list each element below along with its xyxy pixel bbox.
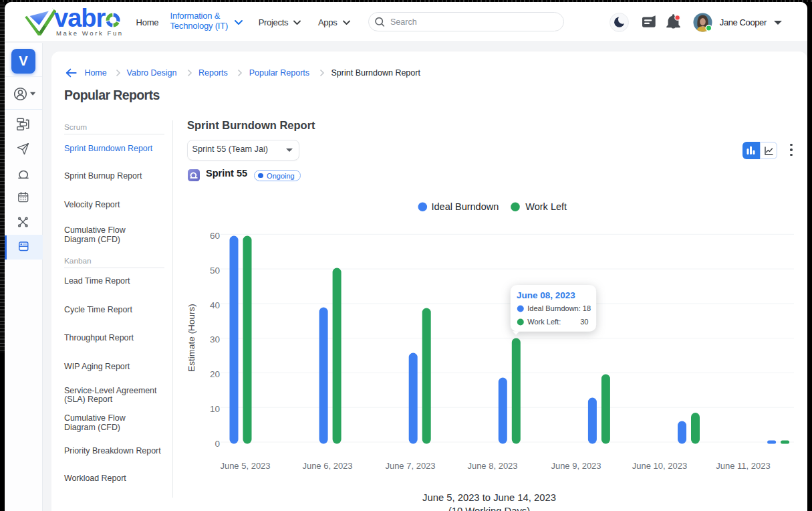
svg-text:(10 Working Days): (10 Working Days) (448, 506, 530, 511)
svg-text:Estimate (Hours): Estimate (Hours) (186, 304, 196, 371)
svg-text:June 11, 2023: June 11, 2023 (716, 461, 770, 471)
svg-text:20: 20 (210, 369, 220, 379)
svg-text:30: 30 (210, 334, 220, 344)
svg-text:Ideal Burndown: 18: Ideal Burndown: 18 (527, 304, 591, 312)
svg-text:June 8, 2023: June 8, 2023 (467, 461, 517, 471)
svg-text:Work Left: Work Left (525, 201, 567, 212)
svg-text:June 10, 2023: June 10, 2023 (632, 461, 687, 471)
svg-text:50: 50 (210, 266, 220, 276)
svg-text:10: 10 (210, 404, 220, 414)
svg-text:0: 0 (215, 439, 220, 449)
svg-text:40: 40 (210, 300, 220, 310)
svg-text:June 5, 2023: June 5, 2023 (220, 461, 270, 471)
svg-text:June 7, 2023: June 7, 2023 (385, 461, 435, 471)
svg-text:Ideal Burndown: Ideal Burndown (432, 201, 499, 212)
svg-text:30: 30 (580, 318, 588, 326)
svg-text:June 08, 2023: June 08, 2023 (517, 290, 575, 300)
svg-text:June 6, 2023: June 6, 2023 (302, 461, 352, 471)
svg-text:June 9, 2023: June 9, 2023 (551, 461, 601, 471)
svg-text:Work Left:: Work Left: (527, 318, 561, 326)
svg-text:June 5, 2023 to June 14, 2023: June 5, 2023 to June 14, 2023 (422, 492, 556, 503)
svg-text:60: 60 (210, 231, 220, 241)
